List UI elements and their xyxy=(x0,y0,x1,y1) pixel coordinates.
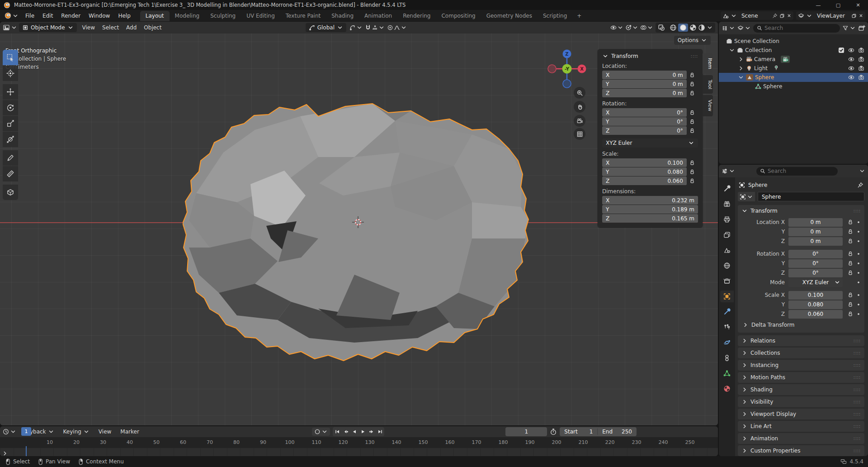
tab-scene-properties[interactable] xyxy=(720,244,734,256)
play-reverse-button[interactable] xyxy=(350,427,359,436)
tab-object-properties[interactable] xyxy=(720,291,734,302)
menubar-item[interactable]: Render xyxy=(57,11,85,20)
animate-dot-icon[interactable] xyxy=(856,271,861,275)
lock-icon[interactable] xyxy=(847,270,854,276)
properties-section-header[interactable]: Relations :::: xyxy=(738,335,864,346)
current-frame-badge[interactable]: 1 xyxy=(21,427,31,436)
minimize-button[interactable]: — xyxy=(808,0,828,10)
close-button[interactable]: ✕ xyxy=(848,0,868,10)
gizmo-neg-x-axis[interactable] xyxy=(548,65,556,73)
camera-visibility-icon[interactable] xyxy=(858,47,864,53)
animate-dot-icon[interactable] xyxy=(856,312,861,316)
properties-section-header[interactable]: Viewport Display :::: xyxy=(738,409,864,419)
eye-icon[interactable] xyxy=(848,47,854,53)
scale-y-field[interactable]: Y0.080 xyxy=(602,167,687,176)
chevron-down-icon[interactable] xyxy=(806,13,812,19)
location-y-field[interactable]: 0 m xyxy=(788,228,843,236)
marker-menu[interactable]: Marker xyxy=(117,427,142,436)
tool-scale[interactable] xyxy=(3,116,18,131)
tab-view[interactable]: View xyxy=(703,95,713,116)
outliner-scope[interactable] xyxy=(737,25,751,31)
properties-search-input[interactable] xyxy=(768,168,834,174)
animate-dot-icon[interactable] xyxy=(856,252,861,256)
animate-dot-icon[interactable] xyxy=(856,239,861,243)
lock-icon[interactable] xyxy=(687,169,698,175)
workspace-tab[interactable]: Layout xyxy=(140,11,170,21)
snap-increments-icon[interactable] xyxy=(372,24,378,31)
viewport-menu-item[interactable]: Add xyxy=(123,23,140,32)
tab-render-properties[interactable] xyxy=(720,198,734,210)
scale-z-field[interactable]: Z0.060 xyxy=(602,176,687,185)
menubar-item[interactable]: Edit xyxy=(38,11,57,20)
object-id-icon-button[interactable] xyxy=(738,192,755,201)
chevron-down-icon[interactable] xyxy=(731,13,737,19)
expand-icon[interactable] xyxy=(738,65,744,71)
menubar-item[interactable]: Help xyxy=(114,11,134,20)
viewport-menu-item[interactable]: View xyxy=(79,23,99,32)
location-z-field[interactable]: 0 m xyxy=(788,237,843,246)
scale-x-field[interactable]: X0.100 xyxy=(602,158,687,167)
current-frame-field[interactable]: 1 xyxy=(505,427,547,436)
properties-section-header[interactable]: Motion Paths :::: xyxy=(738,372,864,383)
zoom-widget[interactable] xyxy=(574,87,585,99)
outliner-row-camera[interactable]: Camera xyxy=(719,55,868,64)
next-keyframe-button[interactable] xyxy=(367,427,376,436)
falloff-curve-icon[interactable] xyxy=(394,24,400,31)
properties-section-header[interactable]: Animation :::: xyxy=(738,433,864,444)
animate-dot-icon[interactable] xyxy=(856,302,861,307)
lock-icon[interactable] xyxy=(847,301,854,308)
jump-to-start-button[interactable] xyxy=(333,427,341,436)
animate-dot-icon[interactable] xyxy=(856,220,861,224)
checkbox-icon[interactable] xyxy=(838,47,844,53)
animate-dot-icon[interactable] xyxy=(856,293,861,297)
rotation-mode-dropdown[interactable]: XYZ Euler xyxy=(788,278,843,287)
dimensions-z-field[interactable]: Z0.165 m xyxy=(602,214,698,223)
dimensions-x-field[interactable]: X0.232 m xyxy=(602,196,698,205)
pin-icon[interactable] xyxy=(772,13,778,19)
lock-icon[interactable] xyxy=(687,72,698,78)
channel-expand-icon[interactable] xyxy=(2,450,8,456)
camera-visibility-icon[interactable] xyxy=(858,56,864,62)
lock-icon[interactable] xyxy=(687,178,698,184)
close-icon[interactable] xyxy=(787,13,792,18)
properties-section-header[interactable]: Shading :::: xyxy=(738,384,864,395)
timeline-track[interactable] xyxy=(0,448,718,456)
lock-icon[interactable] xyxy=(687,128,698,134)
panel-grip[interactable]: :::: xyxy=(691,54,698,58)
tab-tool[interactable]: Tool xyxy=(703,75,713,94)
workspace-tab[interactable]: UV Editing xyxy=(241,11,280,21)
tool-rotate[interactable] xyxy=(3,100,18,115)
chevron-down-icon[interactable] xyxy=(707,24,713,31)
eye-icon[interactable] xyxy=(848,56,854,62)
lock-icon[interactable] xyxy=(847,260,854,267)
dimensions-y-field[interactable]: Y0.189 m xyxy=(602,205,698,214)
viewlayer-name[interactable]: ViewLayer xyxy=(814,13,849,19)
pan-widget[interactable] xyxy=(574,101,585,113)
rotation-mode-dropdown[interactable]: XYZ Euler xyxy=(602,138,698,148)
rotation-y-field[interactable]: 0° xyxy=(788,259,843,268)
workspace-tab[interactable]: Compositing xyxy=(436,11,481,21)
workspace-tab[interactable]: Sculpting xyxy=(205,11,241,21)
tool-annotate[interactable] xyxy=(3,150,18,166)
workspace-tab[interactable]: Rendering xyxy=(397,11,436,21)
copy-icon[interactable] xyxy=(779,13,785,19)
collapse-icon[interactable] xyxy=(738,74,744,81)
properties-section-header[interactable]: Line Art :::: xyxy=(738,421,864,432)
outliner-display-mode[interactable] xyxy=(722,25,735,31)
camera-view-widget[interactable] xyxy=(574,115,585,127)
lock-icon[interactable] xyxy=(687,110,698,116)
camera-visibility-icon[interactable] xyxy=(858,74,864,81)
chevron-down-icon[interactable] xyxy=(859,168,865,174)
navigation-gizmo[interactable]: Z X -Y xyxy=(547,48,587,89)
proportional-editing-icon[interactable] xyxy=(387,24,393,31)
properties-editor-type-button[interactable] xyxy=(722,168,735,174)
outliner-search-input[interactable] xyxy=(764,25,836,31)
scale-z-field[interactable]: 0.060 xyxy=(788,310,843,319)
blender-menu-button[interactable] xyxy=(3,12,20,19)
pivot-point-icon[interactable] xyxy=(349,24,356,31)
animate-dot-icon[interactable] xyxy=(856,229,861,234)
location-x-field[interactable]: X0 m xyxy=(602,71,687,79)
playhead-line[interactable] xyxy=(26,446,27,456)
tab-object-data-properties[interactable] xyxy=(720,367,734,379)
outliner-row-collection[interactable]: Collection xyxy=(719,46,868,55)
